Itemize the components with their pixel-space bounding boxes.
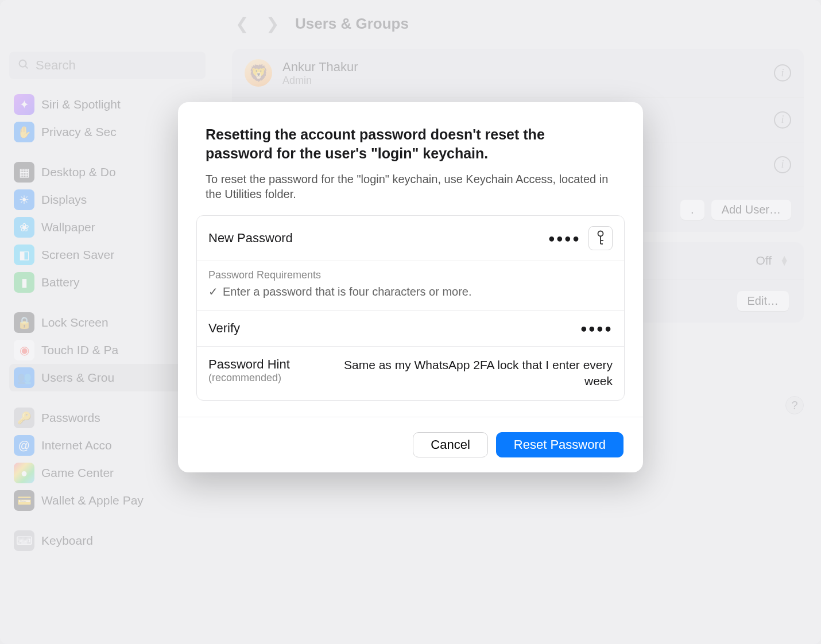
requirements-title: Password Requirements	[208, 269, 613, 281]
password-form: New Password ●●●● Password Requirements …	[196, 215, 625, 401]
dialog-title: Resetting the account password doesn't r…	[206, 125, 615, 162]
dialog-subtitle: To reset the password for the "login" ke…	[206, 172, 615, 201]
reset-password-button[interactable]: Reset Password	[496, 432, 624, 457]
new-password-field[interactable]: ●●●●	[548, 232, 580, 245]
modal-overlay: Resetting the account password doesn't r…	[0, 0, 821, 644]
cancel-button[interactable]: Cancel	[413, 432, 487, 457]
svg-point-2	[598, 231, 603, 236]
key-icon	[595, 230, 606, 247]
hint-field[interactable]: Same as my WhatsApp 2FA lock that I ente…	[314, 357, 613, 390]
new-password-row: New Password ●●●●	[197, 216, 624, 261]
checkmark-icon: ✓	[208, 285, 218, 298]
reset-password-dialog: Resetting the account password doesn't r…	[178, 102, 643, 472]
verify-label: Verify	[208, 321, 240, 336]
hint-sublabel: (recommended)	[208, 372, 290, 384]
requirement-item: ✓ Enter a password that is four characte…	[208, 285, 613, 298]
requirement-text: Enter a password that is four characters…	[223, 285, 472, 298]
verify-row: Verify ●●●●	[197, 311, 624, 347]
verify-field[interactable]: ●●●●	[580, 322, 613, 335]
dialog-header: Resetting the account password doesn't r…	[178, 102, 643, 215]
hint-row: Password Hint (recommended) Same as my W…	[197, 347, 624, 400]
password-assistant-button[interactable]	[588, 226, 613, 250]
hint-label: Password Hint (recommended)	[208, 357, 290, 384]
new-password-label: New Password	[208, 231, 293, 246]
dialog-footer: Cancel Reset Password	[178, 417, 643, 472]
password-requirements: Password Requirements ✓ Enter a password…	[197, 261, 624, 311]
